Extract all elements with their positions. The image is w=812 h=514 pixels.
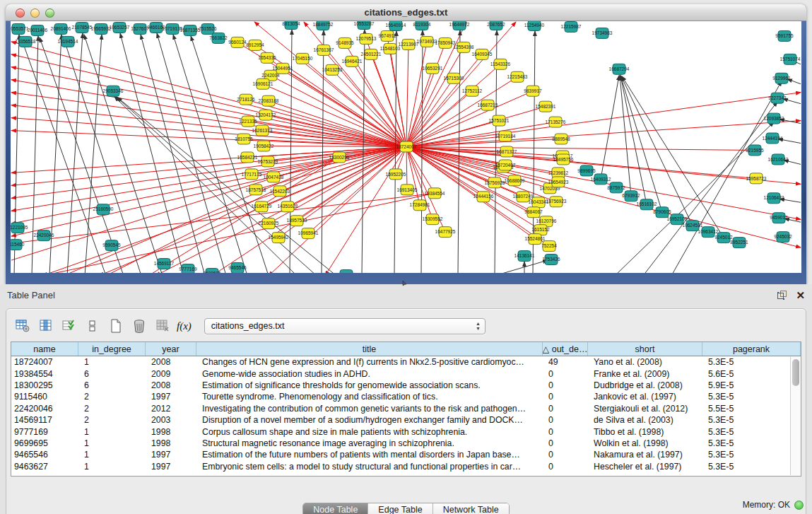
node-15958723[interactable]: 15958723 — [746, 173, 767, 184]
node-11543326[interactable]: 11543326 — [490, 59, 511, 69]
node-9463627[interactable]: 9463627 — [337, 270, 355, 273]
node-16477925[interactable]: 16477925 — [435, 227, 456, 238]
node-16871355[interactable]: 16871355 — [180, 25, 201, 35]
node-16210643[interactable]: 16210643 — [768, 154, 789, 165]
node-9148935[interactable]: 9148935 — [336, 37, 354, 48]
column-header-short[interactable]: short — [588, 342, 702, 356]
node-19734933[interactable]: 19734933 — [417, 36, 437, 47]
table-row[interactable]: 1830029562008Estimation of significance … — [11, 380, 801, 391]
table-checks-icon[interactable] — [60, 317, 78, 335]
node-22083188[interactable]: 22083188 — [259, 95, 279, 106]
node-17045150[interactable]: 17045150 — [293, 53, 313, 64]
node-16687294[interactable]: 16687294 — [609, 64, 630, 74]
node-12106433[interactable]: 12106433 — [764, 193, 784, 204]
node-9660124[interactable]: 9660124 — [228, 37, 247, 47]
node-18849752[interactable]: 18849752 — [313, 21, 334, 30]
node-10653291[interactable]: 10653291 — [423, 63, 443, 74]
node-8952251[interactable]: 8952251 — [730, 238, 748, 248]
table-vertical-scrollbar[interactable] — [790, 357, 801, 475]
close-window-button[interactable] — [16, 8, 25, 18]
node-16753239[interactable]: 16753239 — [258, 156, 278, 167]
node-1753426[interactable]: 1753426 — [542, 255, 560, 265]
node-8889548[interactable]: 8889548 — [552, 134, 570, 144]
node-16409312[interactable]: 16409312 — [591, 174, 611, 185]
node-1221335[interactable]: 1221335 — [239, 116, 257, 127]
node-21078545[interactable]: 21078545 — [72, 22, 93, 33]
node-9459012[interactable]: 9459012 — [770, 213, 788, 223]
node-17135276[interactable]: 17135276 — [546, 117, 566, 127]
node-25160590[interactable]: 25160590 — [93, 204, 114, 215]
node-8813054[interactable]: 8813054 — [282, 21, 300, 29]
node-18756923[interactable]: 18756923 — [546, 197, 567, 207]
node-6793912[interactable]: 6793912 — [622, 191, 640, 201]
node-16761367[interactable]: 16761367 — [314, 45, 334, 55]
node-9465546[interactable]: 9465546 — [228, 263, 247, 273]
node-16261373[interactable]: 16261373 — [252, 125, 273, 136]
node-19058422[interactable]: 19058422 — [254, 141, 274, 151]
table-row[interactable]: 2242004622012Investigating the contribut… — [11, 403, 801, 414]
node-2718126[interactable]: 2718126 — [237, 94, 255, 105]
row-toggle-icon[interactable] — [83, 317, 102, 335]
node-9699695[interactable]: 9699695 — [203, 269, 221, 273]
close-icon[interactable]: ✕ — [796, 290, 805, 300]
node-8912954[interactable]: 8912954 — [246, 40, 264, 50]
delete-trash-icon[interactable] — [130, 317, 148, 335]
node-9777169[interactable]: 9777169 — [179, 264, 197, 273]
table-row[interactable]: 946554611997Estimation of the future num… — [11, 449, 801, 460]
table-selector-dropdown[interactable]: citations_edges.txt ▲▼ — [204, 318, 486, 334]
column-header-pagerank[interactable]: pagerank — [702, 342, 801, 356]
network-nodes[interactable]: 1872400796601248912954165433522420041690… — [11, 21, 801, 273]
node-12444194[interactable]: 12444194 — [763, 133, 783, 144]
node-24501221[interactable]: 24501221 — [361, 49, 382, 59]
column-header-name[interactable]: name — [11, 342, 78, 356]
table-row[interactable]: 911546021997Tourette syndrome. Phenomeno… — [11, 391, 801, 402]
memory-status-indicator[interactable] — [794, 501, 804, 510]
node-12554398[interactable]: 12554398 — [454, 42, 474, 52]
node-9899695[interactable]: 9899695 — [577, 165, 596, 176]
node-1810755[interactable]: 1810755 — [235, 134, 253, 144]
node-8875972[interactable]: 8875972 — [607, 182, 625, 193]
node-2087652[interactable]: 2087652 — [487, 21, 505, 30]
node-9884067[interactable]: 9884067 — [524, 207, 543, 218]
node-17284981[interactable]: 17284981 — [410, 200, 430, 211]
node-12444156[interactable]: 12444156 — [473, 192, 494, 202]
node-11254940[interactable]: 11254940 — [524, 21, 545, 30]
column-header-in_degree[interactable]: in_degree — [78, 342, 146, 356]
node-15482391[interactable]: 15482391 — [536, 101, 556, 112]
minimize-window-button[interactable] — [30, 8, 40, 18]
node-11548103[interactable]: 11548103 — [380, 43, 401, 54]
node-16640914[interactable]: 16640914 — [386, 21, 406, 30]
node-15751021[interactable]: 15751021 — [489, 115, 510, 126]
node-7663822[interactable]: 7663822 — [209, 33, 228, 43]
node-20553571[interactable]: 20553571 — [11, 23, 29, 34]
node-9839917[interactable]: 9839917 — [524, 86, 542, 96]
node-19565932[interactable]: 19565932 — [91, 23, 112, 34]
column-header-out_de[interactable]: △ out_de… — [543, 342, 588, 356]
node-14136141[interactable]: 14136141 — [514, 251, 535, 262]
node-9129961[interactable]: 9129961 — [772, 73, 791, 83]
node-9591755[interactable]: 9591755 — [775, 30, 794, 41]
node-19734983[interactable]: 19734983 — [592, 28, 613, 38]
import-table-disabled-icon[interactable] — [153, 317, 172, 335]
node-17850943[interactable]: 17850943 — [435, 37, 456, 48]
node-10047438[interactable]: 10047438 — [264, 172, 284, 182]
node-16516102[interactable]: 16516102 — [637, 199, 657, 210]
table-column-icon[interactable] — [37, 317, 55, 335]
node-16715309[interactable]: 16715309 — [444, 73, 464, 83]
node-12215483[interactable]: 12215483 — [507, 71, 528, 82]
node-9227343[interactable]: 9227343 — [768, 93, 787, 103]
node-8119304[interactable]: 8119304 — [413, 21, 431, 30]
table-settings-icon[interactable] — [13, 317, 32, 335]
node-16913405[interactable]: 16913405 — [397, 185, 418, 195]
node-16946421[interactable]: 16946421 — [342, 56, 363, 66]
zoom-window-button[interactable] — [45, 8, 54, 18]
table-row[interactable]: 1872400712008Changes of HCN gene express… — [11, 356, 801, 368]
column-header-year[interactable]: year — [146, 342, 196, 356]
node-12079513[interactable]: 12079513 — [356, 33, 377, 44]
node-29053346[interactable]: 29053346 — [103, 86, 124, 96]
node-9245032[interactable]: 9245032 — [774, 232, 792, 243]
node-10413253[interactable]: 10413253 — [322, 64, 343, 75]
table-row[interactable]: 946362711997Embryonic stem cells: a mode… — [11, 461, 801, 472]
node-8215955[interactable]: 8215955 — [746, 145, 764, 156]
network-window-titlebar[interactable]: citations_edges.txt — [6, 4, 806, 21]
